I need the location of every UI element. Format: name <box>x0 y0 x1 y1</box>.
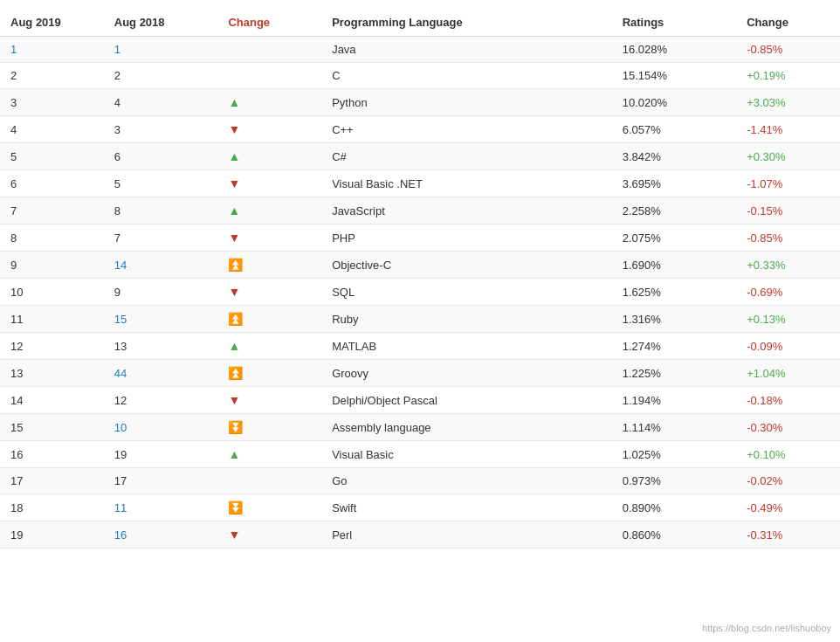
cell-aug2019: 13 <box>0 360 104 387</box>
table-row: 1510⏬Assembly language1.114%-0.30% <box>0 414 840 441</box>
cell-ratings: 1.316% <box>612 306 737 333</box>
cell-change <box>217 63 321 89</box>
cell-ratings: 0.890% <box>612 494 737 521</box>
cell-aug2018: 2 <box>104 63 218 89</box>
up-single-icon: ▲ <box>228 339 240 353</box>
aug2018-link[interactable]: 1 <box>114 43 120 56</box>
cell-aug2019: 8 <box>0 224 104 252</box>
cell-ratings: 3.695% <box>612 170 737 197</box>
cell-rchange: -0.85% <box>736 37 840 63</box>
cell-ratings: 10.020% <box>612 89 737 116</box>
aug2018-link[interactable]: 11 <box>114 501 127 514</box>
cell-language: PHP <box>321 224 612 252</box>
aug2018-link[interactable]: 16 <box>114 528 127 542</box>
cell-rchange: -0.49% <box>736 494 840 521</box>
table-row: 78▲JavaScript2.258%-0.15% <box>0 197 840 224</box>
cell-language: C++ <box>321 116 612 143</box>
table-row: 109▼SQL1.625%-0.69% <box>0 279 840 306</box>
header-aug2019: Aug 2019 <box>0 9 104 37</box>
cell-aug2018: 12 <box>104 387 218 414</box>
cell-change: ⏫ <box>217 306 321 333</box>
up-single-icon: ▲ <box>228 95 240 109</box>
cell-language: MATLAB <box>321 333 612 360</box>
cell-aug2019: 6 <box>0 170 104 197</box>
cell-aug2019: 12 <box>0 333 104 360</box>
header-aug2018: Aug 2018 <box>104 9 218 37</box>
cell-aug2019: 14 <box>0 387 104 414</box>
cell-language: Python <box>321 89 612 116</box>
cell-change: ▼ <box>217 170 321 197</box>
cell-language: C <box>321 63 612 89</box>
cell-aug2018: 13 <box>104 333 218 360</box>
cell-language: SQL <box>321 279 612 306</box>
table-row: 1717Go0.973%-0.02% <box>0 468 840 494</box>
aug2019-link[interactable]: 1 <box>10 43 17 56</box>
up-double-icon: ⏫ <box>228 258 243 272</box>
cell-rchange: -0.09% <box>736 333 840 360</box>
down-single-icon: ▼ <box>228 122 240 136</box>
cell-language: JavaScript <box>321 197 612 224</box>
cell-language: Assembly language <box>321 414 612 441</box>
cell-rchange: -0.85% <box>736 224 840 252</box>
cell-ratings: 1.225% <box>612 360 737 387</box>
cell-language: Perl <box>321 521 612 549</box>
up-double-icon: ⏫ <box>228 312 243 326</box>
cell-ratings: 1.625% <box>612 279 737 306</box>
cell-rchange: +1.04% <box>736 360 840 387</box>
table-row: 1916▼Perl0.860%-0.31% <box>0 521 840 549</box>
cell-rchange: +0.30% <box>736 143 840 170</box>
aug2018-link[interactable]: 14 <box>114 259 127 272</box>
cell-rchange: +3.03% <box>736 89 840 116</box>
header-rchange: Change <box>736 9 840 37</box>
table-header-row: Aug 2019 Aug 2018 Change Programming Lan… <box>0 9 840 37</box>
cell-aug2018: 17 <box>104 468 218 494</box>
cell-aug2018: 8 <box>104 197 218 224</box>
watermark: https://blog.csdn.net/lishuoboy <box>702 623 831 633</box>
aug2018-link[interactable]: 15 <box>114 313 127 326</box>
header-language: Programming Language <box>321 9 612 37</box>
down-single-icon: ▼ <box>228 176 240 190</box>
cell-rchange: +0.19% <box>736 63 840 89</box>
cell-aug2018: 4 <box>104 89 218 116</box>
up-double-icon: ⏫ <box>228 366 243 380</box>
cell-ratings: 16.028% <box>612 37 737 63</box>
cell-change <box>217 468 321 494</box>
cell-language: Ruby <box>321 306 612 333</box>
cell-change: ▲ <box>217 333 321 360</box>
cell-aug2019: 15 <box>0 414 104 441</box>
cell-rchange: -1.41% <box>736 116 840 143</box>
cell-aug2019: 16 <box>0 441 104 468</box>
cell-aug2018: 14 <box>104 252 218 279</box>
table-row: 87▼PHP2.075%-0.85% <box>0 224 840 252</box>
aug2018-link[interactable]: 10 <box>114 421 127 434</box>
cell-aug2019: 1 <box>0 37 104 63</box>
cell-ratings: 2.075% <box>612 224 737 252</box>
table-row: 22C15.154%+0.19% <box>0 63 840 89</box>
cell-ratings: 1.114% <box>612 414 737 441</box>
cell-change <box>217 37 321 63</box>
cell-language: Visual Basic <box>321 441 612 468</box>
cell-aug2018: 16 <box>104 521 218 549</box>
cell-change: ▲ <box>217 197 321 224</box>
up-single-icon: ▲ <box>228 447 240 461</box>
table-row: 1344⏫Groovy1.225%+1.04% <box>0 360 840 387</box>
cell-change: ▼ <box>217 116 321 143</box>
cell-rchange: +0.10% <box>736 441 840 468</box>
aug2018-link[interactable]: 44 <box>114 367 127 380</box>
cell-change: ⏫ <box>217 360 321 387</box>
cell-aug2018: 19 <box>104 441 218 468</box>
cell-language: C# <box>321 143 612 170</box>
cell-ratings: 1.194% <box>612 387 737 414</box>
cell-language: Objective-C <box>321 252 612 279</box>
cell-aug2019: 10 <box>0 279 104 306</box>
cell-rchange: -0.15% <box>736 197 840 224</box>
cell-ratings: 0.973% <box>612 468 737 494</box>
table-row: 1811⏬Swift0.890%-0.49% <box>0 494 840 521</box>
cell-aug2019: 19 <box>0 521 104 549</box>
cell-aug2018: 3 <box>104 116 218 143</box>
table-row: 1213▲MATLAB1.274%-0.09% <box>0 333 840 360</box>
table-row: 1412▼Delphi/Object Pascal1.194%-0.18% <box>0 387 840 414</box>
cell-rchange: -0.02% <box>736 468 840 494</box>
cell-aug2019: 2 <box>0 63 104 89</box>
table-row: 914⏫Objective-C1.690%+0.33% <box>0 252 840 279</box>
